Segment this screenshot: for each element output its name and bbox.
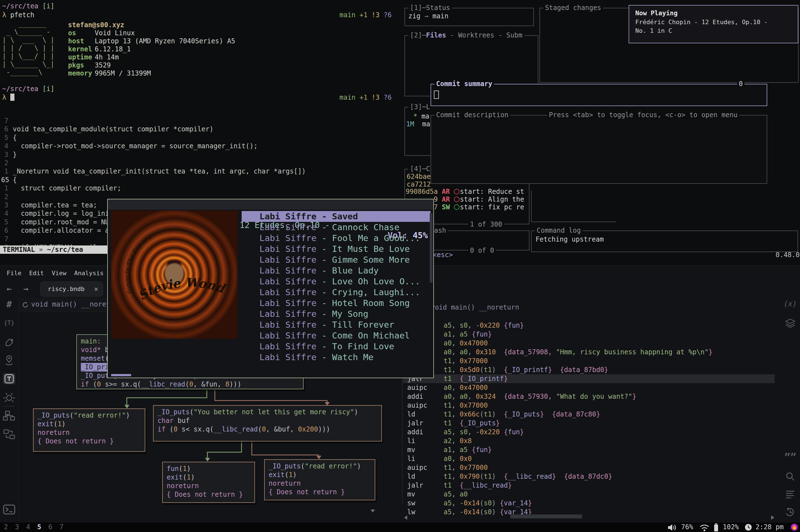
now-playing-notification[interactable]: Now Playing Frédéric Chopin - 12 Etudes,… [629,5,798,43]
text-cursor [434,91,439,99]
playlist-item[interactable]: Labi Siffre - Saved [242,211,431,222]
cfg-node-read-error-2[interactable]: _IO_puts("read error!")exit(1)noreturn{ … [264,459,375,500]
close-icon[interactable]: × [94,282,98,296]
workspace-2[interactable]: 2 [4,523,8,531]
horizontal-scrollbar-thumb[interactable] [510,514,582,518]
scroll-down-arrow[interactable] [371,510,375,513]
asm-row[interactable]: addia0, a0, 0x324 {data_57930, "What do … [403,392,775,401]
vim-line[interactable]: 5{ [0,134,402,142]
playlist-item[interactable]: Labi Siffre - Crying, Laughi... [242,287,431,298]
nav-forward-button[interactable]: → [23,282,28,296]
asm-row[interactable]: jalrt1 {_IO_printf} [403,374,775,383]
asm-row[interactable]: jalrt1 {_IO_puts} [403,419,775,428]
cfg-node-riscy[interactable]: _IO_puts("You better not let this get mo… [153,405,382,441]
asm-row[interactable]: auipct1, 0x77000 [403,463,775,472]
playlist-scrollbar[interactable] [430,212,432,366]
asm-row[interactable]: jalrt1 {__libc_read} [403,481,775,490]
types-icon[interactable]: {T} [0,320,18,326]
flame-badge-icon[interactable] [790,524,798,531]
menu-item-edit[interactable]: Edit [29,270,44,277]
asm-row[interactable]: lia2, 0x8 [403,436,775,445]
vim-line[interactable]: 7 [0,117,402,126]
asm-row[interactable]: mva1, a5 {fun} [403,445,775,454]
asm-row[interactable]: lwa5, -0x14(s0) {var_14} [403,508,775,516]
vim-line[interactable]: 1_Noreturn void tea_compiler_init(struct… [0,167,402,176]
playlist-item[interactable]: Labi Siffre - It Must Be Love [242,244,431,254]
asm-row[interactable]: auipct1, 0x77000 [403,401,775,410]
asm-row[interactable]: auipca0, 0x47000 [403,339,775,348]
playback-progress-bar[interactable] [111,374,131,376]
playlist-item[interactable]: Labi Siffre - Come On Michael [242,330,431,341]
volume-icon[interactable] [667,524,678,532]
scroll-right-arrow[interactable] [771,515,774,520]
playlist-item[interactable]: Labi Siffre - Love Oh Love O... [242,276,431,287]
asm-row[interactable]: ldt1, 0x5d0(t1) {_IO_printf} {data_87bd0… [403,365,775,374]
playlist-item[interactable]: Labi Siffre - To Find Love [242,341,431,352]
playlist-item[interactable]: Labi Siffre - Till Forever [242,319,431,330]
vim-line[interactable]: 2 [0,159,402,168]
commit-row[interactable]: 99086d5a AR start: Reduce st [405,188,524,195]
workspace-7[interactable]: 7 [59,523,63,531]
playlist-item[interactable]: Labi Siffre - Gimme Some More [242,254,431,265]
tab-riscy-bndb[interactable]: riscy.bndb × [40,282,103,297]
text-view-icon[interactable] [0,374,18,384]
vim-line[interactable]: 3} [0,151,402,159]
playlist-scrollbar-thumb[interactable] [430,213,432,283]
tag-icon[interactable] [0,337,18,347]
commit-summary-popup[interactable]: Commit summary 0 [431,84,767,106]
terminal-panel-icon[interactable] [0,504,18,515]
asm-row[interactable]: lia0, 0x0 [403,454,775,463]
vim-line[interactable]: 65{ [0,176,402,185]
asm-row[interactable]: ldt1, 0x790(t1) {__libc_read} {data_87dc… [403,472,775,481]
vim-line[interactable]: 6void tea_compile_module(struct compiler… [0,125,402,134]
asm-row[interactable]: addia0, a0, 0x310 {data_57908, "Hmm, ris… [403,348,775,357]
layers-icon[interactable] [781,318,799,329]
menu-item-file[interactable]: File [7,270,21,277]
playlist-item[interactable]: Labi Siffre - Hotel Room Song [242,298,431,308]
location-pin-icon[interactable] [0,355,18,366]
workflow-swap-icon[interactable] [0,429,18,440]
asm-row[interactable]: addia5, s0, -0x220 {fun} [403,428,775,436]
menu-item-analysis[interactable]: Analysis [74,270,104,277]
asm-row[interactable]: ldt1, 0x66c(t1) {_IO_puts} {data_87c80} [403,410,775,419]
asm-row[interactable]: auipct1, 0x77000 [403,357,775,365]
gitui-log-box[interactable]: [3]─L * ma 1M ma [405,107,431,156]
nav-back-button[interactable]: ← [7,282,12,296]
asm-row[interactable]: mva5, a0 [403,490,775,499]
log-list-icon[interactable] [781,490,799,499]
asm-row[interactable]: auipca0, 0x47000 [403,383,775,392]
cross-references-icon[interactable]: # [0,299,18,309]
scroll-left-arrow[interactable] [404,515,407,520]
playlist-item[interactable]: Labi Siffre - Cannock Chase [242,222,431,233]
workspace-5[interactable]: 5 [37,523,41,531]
cfg-node-fun[interactable]: fun(1)exit(1)noreturn{ Does not return } [162,462,255,503]
debugger-bug-icon[interactable] [0,392,18,403]
gitui-command-log-box: Command log Fetching upstream [531,230,798,252]
desktop: ~/src/tea [i] λ pfetch main +1 !3 ?6 ___… [0,0,800,532]
search-icon[interactable] [781,471,799,482]
commit-description-popup[interactable]: Commit description Press <tab> to toggle… [431,115,767,184]
workspace-6[interactable]: 6 [48,523,52,531]
wifi-icon[interactable] [699,524,710,531]
asm-row[interactable]: swa5, -0x14(s0) {var_14} [403,499,775,508]
vim-line[interactable]: 4 compiler->root_mod->source_manager = s… [0,142,402,151]
comments-icon[interactable]: ”” [781,451,799,462]
battery-icon[interactable] [713,523,719,532]
asm-row[interactable]: addia5, s0, -0x220 {fun} [403,321,775,330]
workspace-3[interactable]: 3 [15,523,19,531]
clock-icon[interactable] [744,524,752,531]
history-icon[interactable] [781,507,799,518]
playlist-item[interactable]: Labi Siffre - Watch Me [242,352,431,363]
variables-icon[interactable]: (x) [781,300,799,308]
playlist-item[interactable]: Labi Siffre - Blue Lady [242,265,431,276]
edge-false [215,390,215,401]
workspace-4[interactable]: 4 [26,523,30,531]
vim-line[interactable]: 1 struct compiler compiler; [0,184,402,193]
asm-row[interactable]: mva1, a5 {fun} [403,330,775,339]
hierarchy-icon[interactable] [0,410,18,422]
cfg-node-read-error[interactable]: _IO_puts("read error!")exit(1)noreturn{ … [33,408,145,452]
gitui-status-box[interactable]: [1]─Status zig → main [405,8,534,26]
playlist-item[interactable]: Labi Siffre - My Song [242,308,431,319]
playlist-item[interactable]: Labi Siffre - Fool Me a Good... [242,233,431,244]
menu-item-view[interactable]: View [52,270,67,277]
